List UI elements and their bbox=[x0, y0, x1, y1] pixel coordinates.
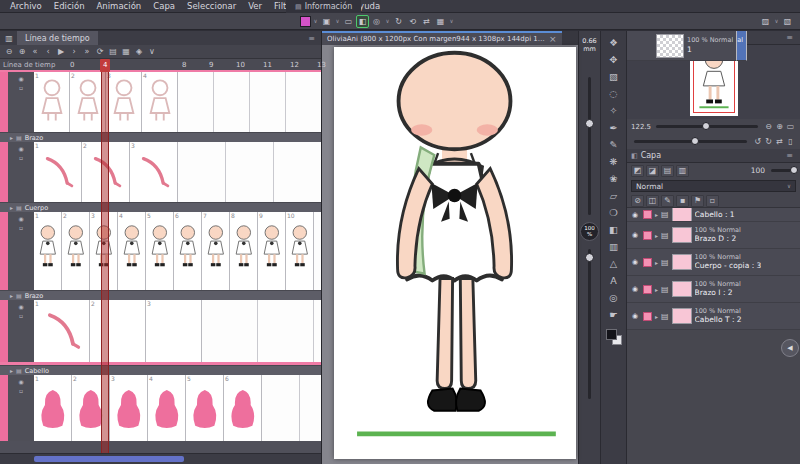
animation-cel[interactable]: 4 bbox=[142, 72, 178, 132]
track-cels[interactable]: 1234 bbox=[34, 72, 321, 132]
operation-tool-icon[interactable]: ❖ bbox=[603, 34, 625, 51]
zoom-out-icon[interactable]: ⊖ bbox=[3, 46, 15, 58]
menu-animación[interactable]: Animación bbox=[91, 1, 148, 11]
layer-row[interactable]: ◉▸▤100 % NormalCabello T : 2 bbox=[627, 303, 800, 330]
track-header[interactable]: ▸▤Brazo bbox=[0, 132, 321, 142]
animation-cel[interactable]: 10 bbox=[286, 212, 314, 290]
canvas-viewport[interactable] bbox=[322, 45, 578, 464]
nav-rotate-right-icon[interactable]: ↻ bbox=[763, 137, 774, 146]
rotate-slider[interactable] bbox=[634, 140, 747, 143]
timeline-playhead[interactable] bbox=[101, 72, 109, 453]
menu-seleccionar[interactable]: Seleccionar bbox=[181, 1, 242, 11]
menu-capa[interactable]: Capa bbox=[147, 1, 181, 11]
layer-row[interactable]: ◉▸▤100 % NormalBrazo D : 2 bbox=[627, 222, 800, 249]
zoom-icon[interactable]: ◎ bbox=[370, 15, 383, 28]
workspace-icon[interactable]: ▧ bbox=[781, 15, 794, 28]
animation-cel[interactable]: 1 bbox=[34, 212, 62, 290]
enable-mask-icon[interactable]: ▫ bbox=[706, 195, 719, 207]
grid-icon[interactable]: ▦ bbox=[434, 15, 447, 28]
lock-transparency-icon[interactable]: ◫ bbox=[646, 195, 659, 207]
canvas-page[interactable] bbox=[334, 47, 576, 459]
nav-rotate-left-icon[interactable]: ↺ bbox=[752, 137, 763, 146]
text-tool-icon[interactable]: A bbox=[603, 272, 625, 289]
zoom-tool-icon[interactable]: ◎ bbox=[603, 289, 625, 306]
camera-track-icon[interactable]: ▦ bbox=[120, 46, 132, 58]
color-swatches[interactable] bbox=[606, 329, 622, 345]
chevron-right-icon[interactable]: ▸ bbox=[655, 313, 658, 320]
figure-tool-icon[interactable]: △ bbox=[603, 255, 625, 272]
eyedropper-tool-icon[interactable]: ✧ bbox=[603, 102, 625, 119]
nav-reset-icon[interactable]: ▯ bbox=[785, 137, 796, 146]
layer-effect-icon[interactable]: ▤ bbox=[661, 165, 674, 177]
track-settings-icon[interactable]: ▫ bbox=[19, 224, 23, 231]
frame-tick-12[interactable]: 12 bbox=[290, 59, 299, 72]
panel-menu-icon[interactable]: ≡ bbox=[783, 151, 796, 160]
dropdown-icon[interactable]: ∨ bbox=[334, 15, 341, 28]
fill-tool-icon[interactable]: ◧ bbox=[603, 221, 625, 238]
chevron-right-icon[interactable]: ▸ bbox=[655, 232, 658, 239]
frame-tick-4[interactable]: 4 bbox=[100, 59, 110, 72]
timeline-frame-ruler[interactable]: Línea de tiemp 048910111213 bbox=[0, 59, 321, 72]
frame-tick-0[interactable]: 0 bbox=[70, 59, 74, 72]
gradient-tool-icon[interactable]: ▥ bbox=[603, 238, 625, 255]
next-frame-icon[interactable]: › bbox=[68, 46, 80, 58]
reset-view-icon[interactable]: ⟲ bbox=[406, 15, 419, 28]
dropdown-icon[interactable]: ∨ bbox=[312, 15, 319, 28]
rotate-view-icon[interactable]: ↻ bbox=[392, 15, 405, 28]
selection-tool-icon[interactable]: ▧ bbox=[603, 68, 625, 85]
loop-playback-icon[interactable]: ⟳ bbox=[94, 46, 106, 58]
menu-ver[interactable]: Ver bbox=[242, 1, 268, 11]
go-to-first-frame-icon[interactable]: « bbox=[29, 46, 41, 58]
clip-to-layer-icon[interactable]: ▪ bbox=[676, 195, 689, 207]
track-header[interactable]: ▸▤Brazo bbox=[0, 290, 321, 300]
nav-flip-horizontal-icon[interactable]: ⇄ bbox=[774, 137, 785, 146]
animation-cel[interactable]: 2 bbox=[62, 212, 90, 290]
panel-menu-icon[interactable]: ≡ bbox=[783, 33, 796, 42]
track-settings-icon[interactable]: ▫ bbox=[19, 84, 23, 91]
tool-preset-icon[interactable]: ▣ bbox=[320, 15, 333, 28]
opacity-indicator[interactable]: 100 % bbox=[580, 222, 599, 241]
track-settings-icon[interactable]: ▫ bbox=[19, 154, 23, 161]
layer-row[interactable]: ◉▸▤100 % NormalCuerpo - copia : 3 bbox=[627, 249, 800, 276]
track-header[interactable]: ▸▤Cuerpo bbox=[0, 202, 321, 212]
layer-thumbnail[interactable] bbox=[672, 308, 692, 324]
zoom-in-icon[interactable]: ⊕ bbox=[16, 46, 28, 58]
layer-visible-eye-icon[interactable]: ◉ bbox=[630, 258, 640, 266]
layer-visible-eye-icon[interactable]: ◉ bbox=[630, 231, 640, 239]
animation-cel[interactable]: 2 bbox=[90, 300, 146, 362]
pencil-tool-icon[interactable]: ✎ bbox=[603, 136, 625, 153]
previous-frame-icon[interactable]: ‹ bbox=[42, 46, 54, 58]
layer-visible-eye-icon[interactable]: ◉ bbox=[630, 285, 640, 293]
blend-tool-icon[interactable]: ❍ bbox=[603, 204, 625, 221]
scrollbar-thumb[interactable] bbox=[34, 456, 184, 462]
animation-cel[interactable]: 7 bbox=[202, 212, 230, 290]
layer-visible-eye-icon[interactable]: ◉ bbox=[630, 312, 640, 320]
brush-color-swatch[interactable] bbox=[300, 16, 311, 27]
dropdown-icon[interactable]: ∨ bbox=[448, 15, 455, 28]
layer-row[interactable]: ◉▸▤100 % NormalBrazo I : 2 bbox=[627, 276, 800, 303]
track-cels[interactable]: 12345678910 bbox=[34, 212, 321, 290]
lasso-tool-icon[interactable]: ◌ bbox=[603, 85, 625, 102]
layer-color-chip[interactable] bbox=[643, 258, 652, 267]
chevron-right-icon[interactable]: ▸ bbox=[655, 286, 658, 293]
slider-thumb[interactable] bbox=[790, 166, 798, 174]
set-as-reference-icon[interactable]: ⚑ bbox=[691, 195, 704, 207]
animation-cel[interactable]: 5 bbox=[186, 375, 224, 441]
airbrush-tool-icon[interactable]: ❋ bbox=[603, 153, 625, 170]
layer-color-chip[interactable] bbox=[643, 231, 652, 240]
layer-row[interactable]: ◉▸▤Cabello : 1 bbox=[627, 208, 800, 222]
tab-linea-de-tiempo[interactable]: Línea de tiempo bbox=[17, 31, 98, 45]
lock-layer-icon[interactable]: ⊘ bbox=[631, 195, 644, 207]
menu-archivo[interactable]: Archivo bbox=[4, 1, 48, 11]
snap-special-ruler-icon[interactable]: ◧ bbox=[356, 15, 369, 28]
animation-cel[interactable]: 4 bbox=[148, 375, 186, 441]
slider-thumb[interactable] bbox=[585, 253, 594, 262]
animation-cel[interactable]: 6 bbox=[224, 375, 262, 441]
layer-thumbnail[interactable] bbox=[672, 208, 692, 222]
track-settings-icon[interactable]: ▫ bbox=[19, 387, 23, 394]
blend-mode-select[interactable]: Normal ∨ bbox=[631, 180, 796, 192]
opacity-slider[interactable] bbox=[588, 249, 591, 399]
material-panel-icon[interactable]: ▨ bbox=[759, 15, 772, 28]
slider-thumb[interactable] bbox=[691, 137, 699, 145]
layer-effect-icon[interactable]: ◩ bbox=[631, 165, 644, 177]
